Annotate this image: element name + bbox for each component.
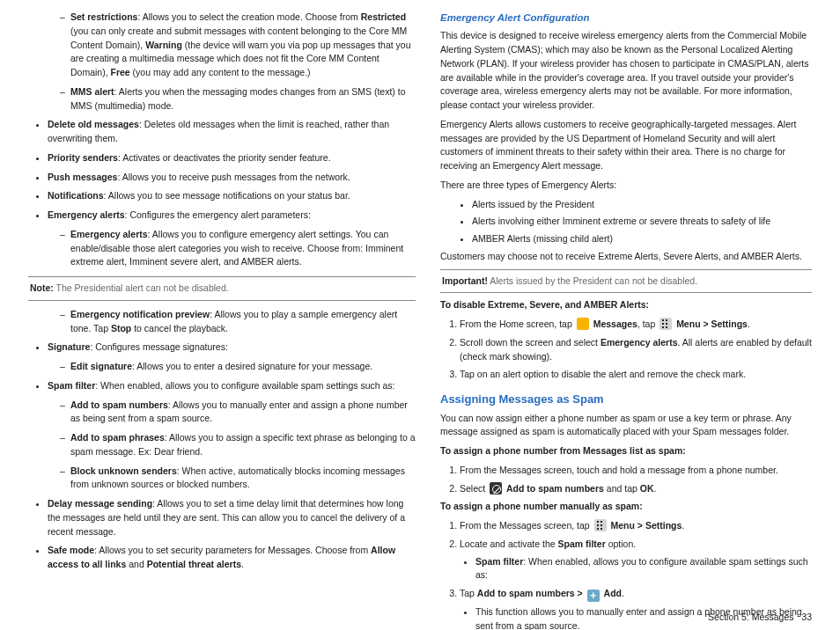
sub-list-emerg: Emergency alerts: Allows you to configur… — [28, 228, 416, 269]
sub-list-spam: Add to spam numbers: Allows you to manua… — [28, 399, 416, 493]
heading-spam: Assigning Messages as Spam — [440, 391, 812, 408]
menu-icon — [659, 318, 672, 330]
disable-step-2: Scroll down the screen and select Emerge… — [460, 336, 812, 364]
left-column: Set restrictions: Allows you to select t… — [28, 11, 416, 630]
bullet-list-spamfilter: Spam filter: When enabled, allows you to… — [28, 379, 416, 393]
sub-list-signature: Edit signature: Allows you to enter a de… — [28, 360, 416, 374]
item-add-spam-numbers: Add to spam numbers: Allows you to manua… — [60, 399, 416, 427]
important-box: Important! Alerts issued by the Presiden… — [440, 269, 812, 294]
bullet-list-delay-safe: Delay message sending: Allows you to set… — [28, 497, 416, 572]
item-spam-filter: Spam filter: When enabled, allows you to… — [48, 379, 416, 393]
sub-list-emerg-preview: Emergency notification preview: Allows y… — [28, 308, 416, 336]
emerg-para-2: Emergency Alerts allows customers to rec… — [440, 118, 812, 173]
messages-icon — [577, 318, 589, 330]
item-signature: Signature: Configures message signatures… — [48, 341, 416, 355]
item-edit-signature: Edit signature: Allows you to enter a de… — [60, 360, 416, 374]
item-priority-senders: Priority senders: Activates or deactivat… — [48, 151, 416, 165]
heading-emergency-config: Emergency Alert Configuration — [440, 11, 812, 26]
bullet-list-signature: Signature: Configures message signatures… — [28, 341, 416, 355]
item-safe-mode: Safe mode: Allows you to set security pa… — [48, 544, 416, 572]
emerg-para-1: This device is designed to receive wirel… — [440, 29, 812, 113]
alert-type-imminent: Alerts involving either Imminent extreme… — [472, 215, 812, 229]
plus-icon: + — [587, 590, 600, 602]
menu-icon — [594, 519, 607, 531]
spam-icon — [490, 482, 502, 494]
item-block-unknown: Block unknown senders: When active, auto… — [60, 465, 416, 493]
disable-header: To disable Extreme, Severe, and AMBER Al… — [440, 298, 812, 312]
spam-para-1: You can now assign either a phone number… — [440, 412, 812, 440]
manual-step-2-sub-item: Spam filter: When enabled, allows you to… — [475, 555, 812, 583]
assign-list-step-2: Select Add to spam numbers and tap OK. — [460, 482, 812, 496]
assign-list-step-1: From the Messages screen, touch and hold… — [460, 464, 812, 478]
assign-list-steps: From the Messages screen, touch and hold… — [440, 464, 812, 496]
sub-list-restrictions: Set restrictions: Allows you to select t… — [28, 11, 416, 113]
disable-step-3: Tap on an alert option to disable the al… — [460, 368, 812, 382]
page-footer: Section 5: Messages 33 — [708, 611, 812, 625]
item-emerg-alerts-sub: Emergency alerts: Allows you to configur… — [60, 228, 416, 269]
right-column: Emergency Alert Configuration This devic… — [440, 11, 812, 630]
item-emerg-preview: Emergency notification preview: Allows y… — [60, 308, 416, 336]
emerg-para-3: There are three types of Emergency Alert… — [440, 179, 812, 193]
assign-from-list-header: To assign a phone number from Messages l… — [440, 444, 812, 458]
manual-step-1: From the Messages screen, tap Menu > Set… — [460, 519, 812, 533]
item-mms-alert: MMS alert: Alerts you when the messaging… — [60, 85, 416, 114]
footer-section: Section 5: Messages — [708, 612, 793, 622]
item-notifications: Notifications: Allows you to see message… — [48, 189, 416, 203]
item-delay-sending: Delay message sending: Allows you to set… — [48, 497, 416, 538]
item-add-spam-phrases: Add to spam phrases: Allows you to assig… — [60, 431, 416, 459]
item-emergency-alerts: Emergency alerts: Configures the emergen… — [48, 209, 416, 223]
item-push-messages: Push messages: Allows you to receive pus… — [48, 171, 416, 185]
assign-manual-header: To assign a phone number manually as spa… — [440, 500, 812, 514]
item-delete-old: Delete old messages: Deletes old message… — [48, 118, 416, 146]
note-presidential: Note: The Presidential alert can not be … — [28, 276, 416, 301]
alert-type-president: Alerts issued by the President — [472, 198, 812, 212]
disable-steps: From the Home screen, tap Messages, tap … — [440, 318, 812, 382]
disable-step-1: From the Home screen, tap Messages, tap … — [460, 318, 812, 332]
emerg-para-4: Customers may choose not to receive Extr… — [440, 250, 812, 264]
manual-step-2: Locate and activate the Spam filter opti… — [460, 538, 812, 582]
footer-page: 33 — [801, 612, 812, 622]
alert-type-amber: AMBER Alerts (missing child alert) — [472, 232, 812, 246]
manual-step-2-sub: Spam filter: When enabled, allows you to… — [460, 555, 812, 583]
bullet-list-main: Delete old messages: Deletes old message… — [28, 118, 416, 223]
item-set-restrictions: Set restrictions: Allows you to select t… — [60, 11, 416, 80]
emerg-types-list: Alerts issued by the President Alerts in… — [440, 198, 812, 246]
